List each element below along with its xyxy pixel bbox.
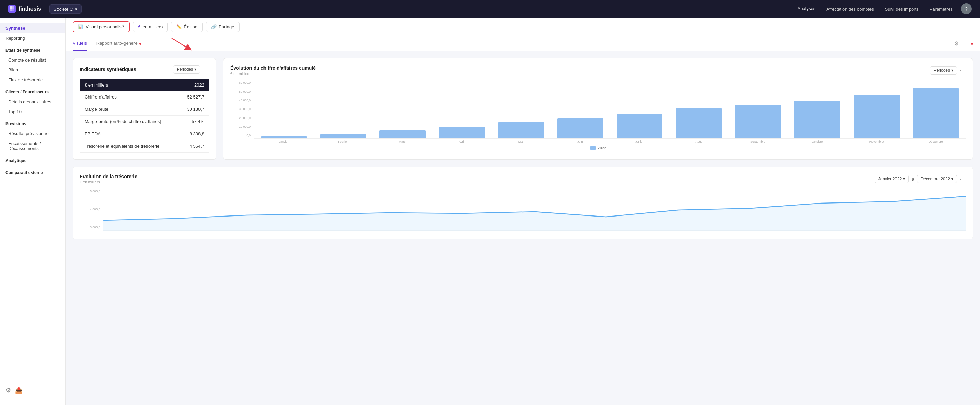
sidebar-item-analytique[interactable]: Analytique xyxy=(0,154,65,165)
bar-month-label: Septembre xyxy=(729,140,787,143)
treso-y1: 3 000,0 xyxy=(90,226,100,229)
bar-month-label: Avril xyxy=(433,140,490,143)
treso-card-header: Évolution de la trésorerie € en milliers… xyxy=(80,174,966,184)
tab-visuels[interactable]: Visuels xyxy=(73,37,87,51)
indicator-value: 52 527,7 xyxy=(178,91,209,103)
edit-icon: ✏️ xyxy=(176,24,182,29)
evolution-ca-card: Évolution du chiffre d'affaires cumulé €… xyxy=(223,58,973,160)
treso-from-button[interactable]: Janvier 2022 ▾ xyxy=(875,175,909,183)
indicator-label: EBITDA xyxy=(80,128,178,140)
table-header-year: 2022 xyxy=(178,79,209,91)
sidebar-item-comparatif[interactable]: Comparatif externe xyxy=(0,165,65,178)
treso-subtitle: € en milliers xyxy=(80,180,137,184)
bar-wrapper xyxy=(433,81,491,138)
sidebar-item-compte[interactable]: Compte de résultat xyxy=(0,55,65,65)
indicator-value: 4 564,7 xyxy=(178,140,209,152)
avatar[interactable]: ? xyxy=(961,3,972,14)
bar xyxy=(794,100,840,138)
tab-rapport[interactable]: Rapport auto-généré xyxy=(97,37,142,51)
nav-analyses[interactable]: Analyses xyxy=(798,6,816,12)
table-row: Marge brute30 130,7 xyxy=(80,103,209,116)
bar-wrapper xyxy=(315,81,372,138)
indicator-label: Marge brute xyxy=(80,103,178,116)
sidebar-item-bilan[interactable]: Bilan xyxy=(0,65,65,75)
bar-month-label: Juin xyxy=(551,140,609,143)
sidebar-section-clients: Clients / Fournisseurs xyxy=(0,85,65,97)
evolution-ca-subtitle: € en milliers xyxy=(230,71,316,76)
y-label-4: 40 000,0 xyxy=(239,98,251,102)
table-row: Trésorerie et équivalents de trésorerie4… xyxy=(80,140,209,152)
svg-rect-2 xyxy=(10,9,12,11)
nav-parametres[interactable]: Paramètres xyxy=(930,6,953,12)
settings-icon[interactable]: ⚙ xyxy=(5,386,11,394)
sidebar-item-encaissements[interactable]: Encaissements / Décaissements xyxy=(0,138,65,154)
bar-wrapper xyxy=(789,81,846,138)
svg-rect-3 xyxy=(12,9,14,11)
bar-wrapper xyxy=(670,81,727,138)
bar-wrapper xyxy=(848,81,905,138)
bar-month-label: Juillet xyxy=(611,140,668,143)
sidebar-item-synthese[interactable]: Synthèse xyxy=(0,23,65,33)
svg-rect-0 xyxy=(10,6,12,8)
main-content: 📊 Visuel personnalisé € en milliers ✏️ É… xyxy=(66,18,980,405)
bar-month-label: Décembre xyxy=(907,140,965,143)
bar-month-label: Mars xyxy=(374,140,431,143)
bar xyxy=(854,95,900,138)
table-row: Marge brute (en % du chiffre d'affaires)… xyxy=(80,116,209,128)
chevron-icon3: ▾ xyxy=(903,176,905,181)
toolbar: 📊 Visuel personnalisé € en milliers ✏️ É… xyxy=(66,18,980,36)
indicators-table: € en milliers 2022 Chiffre d'affaires52 … xyxy=(80,79,209,152)
sidebar-item-flux[interactable]: Flux de trésorerie xyxy=(0,75,65,85)
logo-text: finthesis xyxy=(19,6,41,12)
indicators-period-button[interactable]: Périodes ▾ xyxy=(173,65,200,73)
svg-rect-1 xyxy=(12,6,14,8)
nav-links: Analyses Affectation des comptes Suivi d… xyxy=(798,6,953,12)
visuel-personnalise-button[interactable]: 📊 Visuel personnalisé xyxy=(73,21,130,32)
table-header-currency: € en milliers xyxy=(80,79,178,91)
currency-icon: € xyxy=(138,24,141,29)
tab-area-dot xyxy=(971,43,973,45)
sidebar-item-details[interactable]: Détails des auxiliaires xyxy=(0,97,65,107)
bar xyxy=(261,137,307,138)
en-milliers-button[interactable]: € en milliers xyxy=(133,22,168,32)
indicator-label: Marge brute (en % du chiffre d'affaires) xyxy=(80,116,178,128)
sidebar-item-top10[interactable]: Top 10 xyxy=(0,107,65,117)
treso-line-chart xyxy=(103,189,966,230)
sidebar-item-resultat[interactable]: Résultat prévisionnel xyxy=(0,129,65,138)
evolution-ca-period-button[interactable]: Périodes ▾ xyxy=(930,67,957,75)
bars-chart xyxy=(253,81,966,138)
bar-wrapper xyxy=(729,81,787,138)
chevron-down-icon: ▾ xyxy=(75,6,77,12)
y-label-6: 60 000,0 xyxy=(239,81,251,84)
bar-wrapper xyxy=(255,81,313,138)
sidebar-item-reporting[interactable]: Reporting xyxy=(0,33,65,43)
company-selector[interactable]: Société C ▾ xyxy=(49,5,82,14)
tab-settings-icon[interactable]: ⚙ xyxy=(954,36,959,51)
treso-chart-area: 5 000,0 4 000,0 3 000,0 xyxy=(80,189,966,232)
partage-button[interactable]: 🔗 Partage xyxy=(206,22,240,32)
svg-marker-8 xyxy=(103,196,966,230)
nav-suivi[interactable]: Suivi des imports xyxy=(885,6,919,12)
indicator-value: 8 308,8 xyxy=(178,128,209,140)
bar-chart-area: 60 000,0 50 000,0 40 000,0 30 000,0 20 0… xyxy=(230,81,966,143)
indicators-menu-icon[interactable]: ⋯ xyxy=(203,66,209,73)
content-area: Indicateurs synthétiques Périodes ▾ ⋯ xyxy=(66,51,980,405)
y-label-1: 10 000,0 xyxy=(239,125,251,128)
treso-to-separator: à xyxy=(912,176,914,182)
nav-affectation[interactable]: Affectation des comptes xyxy=(826,6,874,12)
indicator-label: Chiffre d'affaires xyxy=(80,91,178,103)
treso-menu-icon[interactable]: ⋯ xyxy=(960,175,966,183)
company-label: Société C xyxy=(54,6,73,12)
logo: finthesis xyxy=(8,5,41,13)
indicator-value: 30 130,7 xyxy=(178,103,209,116)
logo-icon xyxy=(8,5,16,13)
upload-icon[interactable]: 📤 xyxy=(15,386,22,394)
treso-to-button[interactable]: Décembre 2022 ▾ xyxy=(917,175,957,183)
share-icon: 🔗 xyxy=(211,24,216,29)
y-label-5: 50 000,0 xyxy=(239,90,251,94)
toolbar-wrapper: 📊 Visuel personnalisé € en milliers ✏️ É… xyxy=(66,18,980,36)
edition-button[interactable]: ✏️ Édition xyxy=(171,22,202,32)
bar-wrapper xyxy=(492,81,550,138)
evolution-ca-menu-icon[interactable]: ⋯ xyxy=(960,67,966,74)
legend-text: 2022 xyxy=(598,146,606,150)
